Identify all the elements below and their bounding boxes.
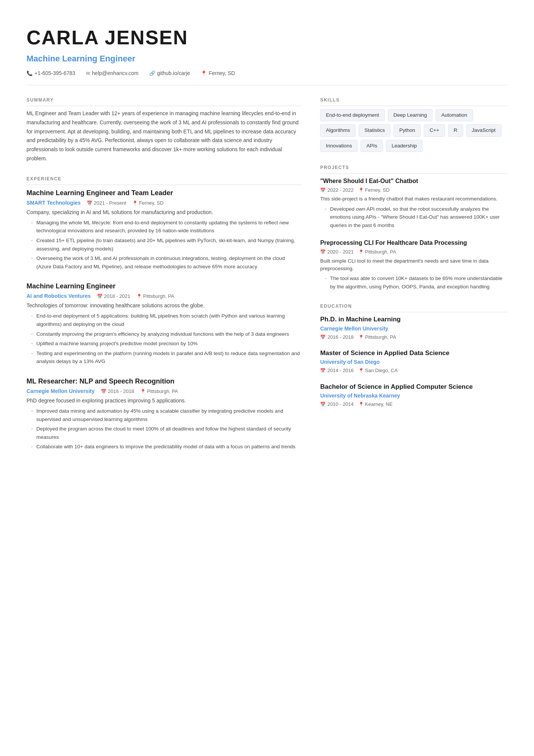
- edu-degree-1: Master of Science in Applied Data Scienc…: [320, 349, 507, 357]
- project-meta-0: 2022 - 2022 Ferney, SD: [320, 186, 507, 194]
- edu-degree-0: Ph.D. in Machine Learning: [320, 315, 507, 324]
- cal-icon-p0: [320, 186, 326, 194]
- bullet-item: End-to-end deployment of 5 applications:…: [31, 312, 301, 328]
- bullet-item: Uplifted a machine learning project's pr…: [31, 340, 301, 348]
- project-title-1: Preprocessing CLI For Healthcare Data Pr…: [320, 238, 507, 247]
- loc-icon-1: [136, 293, 142, 300]
- project-dates-1: 2020 - 2021: [320, 248, 353, 256]
- cal-icon-e2: [320, 401, 326, 408]
- location-icon: [201, 69, 207, 77]
- experience-item-1: Machine Learning Engineer AI and Robotic…: [27, 281, 301, 366]
- bullet-item: Developed own API model, so that the rob…: [325, 205, 507, 230]
- exp-title-2: ML Researcher: NLP and Speech Recognitio…: [27, 376, 301, 387]
- right-column: SKILLS End-to-end deployment Deep Learni…: [320, 97, 507, 733]
- loc-icon-p0: [358, 186, 364, 194]
- exp-desc-1: Technologies of tomorrow: innovating hea…: [27, 302, 301, 310]
- cal-icon-0: [87, 199, 92, 207]
- projects-section: PROJECTS "Where Should I Eat-Out" Chatbo…: [320, 164, 507, 291]
- cal-icon-e0: [320, 333, 326, 341]
- loc-icon-2: [140, 388, 146, 395]
- loc-icon-p1: [358, 248, 364, 256]
- contact-location: Ferney, SD: [201, 69, 235, 77]
- projects-section-title: PROJECTS: [320, 164, 507, 174]
- candidate-title: Machine Learning Engineer: [27, 52, 507, 65]
- contact-phone: +1-605-395-6783: [27, 69, 75, 77]
- skill-tag-6: C++: [424, 124, 445, 136]
- bullet-item: Constantly improving the program's effic…: [31, 330, 301, 338]
- main-body: SUMMARY ML Engineer and Team Leader with…: [27, 97, 507, 733]
- cal-icon-p1: [320, 248, 326, 256]
- header-section: CARLA JENSEN Machine Learning Engineer +…: [27, 23, 507, 85]
- exp-desc-2: PhD degree focused in exploring practice…: [27, 397, 301, 405]
- skill-tag-2: Automation: [436, 109, 473, 121]
- experience-item-0: Machine Learning Engineer and Team Leade…: [27, 188, 301, 271]
- skills-grid: End-to-end deployment Deep Learning Auto…: [320, 109, 507, 152]
- edu-school-2: University of Nebraska Kearney: [320, 392, 507, 400]
- summary-section: SUMMARY ML Engineer and Team Leader with…: [27, 97, 301, 163]
- exp-title-1: Machine Learning Engineer: [27, 281, 301, 291]
- exp-dates-2: 2016 - 2018: [101, 388, 134, 395]
- exp-dates-1: 2018 - 2021: [97, 293, 130, 300]
- cal-icon-1: [97, 293, 103, 300]
- bullet-item: Testing and experimenting on the platfor…: [31, 349, 301, 366]
- exp-company-2: Carnegie Mellon University: [27, 387, 95, 395]
- skill-tag-0: End-to-end deployment: [320, 109, 384, 121]
- skills-section-title: SKILLS: [320, 97, 507, 106]
- contact-row: +1-605-395-6783 help@enhancv.com github.…: [27, 69, 507, 77]
- skill-tag-8: JavaScript: [466, 124, 501, 136]
- project-location-0: Ferney, SD: [358, 186, 390, 194]
- experience-item-2: ML Researcher: NLP and Speech Recognitio…: [27, 376, 301, 451]
- edu-dates-1: 2014 - 2016: [320, 367, 353, 374]
- bullet-item: Created 15+ ETL pipeline (to train datas…: [31, 236, 301, 253]
- project-item-0: "Where Should I Eat-Out" Chatbot 2022 - …: [320, 177, 507, 230]
- email-icon: [86, 69, 90, 77]
- project-desc-0: This side-project is a friendly chatbot …: [320, 195, 507, 203]
- edu-meta-0: 2016 - 2018 Pittsburgh, PA: [320, 333, 507, 341]
- loc-icon-e2: [358, 401, 364, 408]
- bullet-item: Deployed the program across the cloud to…: [31, 425, 301, 441]
- exp-company-1: AI and Robotics Ventures: [27, 292, 91, 300]
- exp-location-1: Pittsburgh, PA: [136, 293, 174, 300]
- project-location-1: Pittsburgh, PA: [358, 248, 396, 256]
- project-item-1: Preprocessing CLI For Healthcare Data Pr…: [320, 238, 507, 291]
- skill-tag-7: R: [448, 124, 463, 136]
- bullet-item: Managing the whole ML lifecycle: from en…: [31, 219, 301, 235]
- skill-tag-11: Leadership: [386, 140, 423, 152]
- skill-tag-10: APIs: [361, 140, 383, 152]
- candidate-name: CARLA JENSEN: [27, 23, 507, 52]
- skill-tag-3: Algorithms: [320, 124, 356, 136]
- loc-icon-0: [132, 199, 138, 207]
- edu-school-1: University of San Diego: [320, 358, 507, 366]
- exp-title-0: Machine Learning Engineer and Team Leade…: [27, 188, 301, 198]
- github-icon: [149, 69, 155, 77]
- edu-location-0: Pittsburgh, PA: [358, 333, 396, 341]
- edu-meta-2: 2010 - 2014 Kearney, NE: [320, 401, 507, 408]
- experience-section: EXPERIENCE Machine Learning Engineer and…: [27, 175, 301, 451]
- edu-degree-2: Bachelor of Science in Applied Computer …: [320, 383, 507, 391]
- skill-tag-5: Python: [393, 124, 421, 136]
- edu-dates-2: 2010 - 2014: [320, 401, 353, 408]
- project-bullets-0: Developed own API model, so that the rob…: [320, 205, 507, 230]
- exp-bullets-2: Improved data mining and automation by 4…: [27, 407, 301, 451]
- exp-company-0: SMART Technologies: [27, 199, 81, 207]
- project-meta-1: 2020 - 2021 Pittsburgh, PA: [320, 248, 507, 256]
- project-bullets-1: The tool was able to convert 10K+ datase…: [320, 274, 507, 291]
- contact-github: github.io/carje: [149, 69, 190, 77]
- bullet-item: Collaborate with 10+ data engineers to i…: [31, 443, 301, 451]
- resume-page: CARLA JENSEN Machine Learning Engineer +…: [0, 0, 534, 756]
- project-title-0: "Where Should I Eat-Out" Chatbot: [320, 177, 507, 186]
- edu-school-0: Carnegie Mellon University: [320, 325, 507, 333]
- cal-icon-2: [101, 388, 106, 395]
- project-dates-0: 2022 - 2022: [320, 186, 353, 194]
- phone-icon: [27, 69, 33, 77]
- exp-location-2: Pittsburgh, PA: [140, 388, 178, 395]
- skill-tag-1: Deep Learning: [388, 109, 433, 121]
- project-desc-1: Built simple CLI tool to meet the depart…: [320, 257, 507, 273]
- contact-email: help@enhancv.com: [86, 69, 139, 77]
- summary-section-title: SUMMARY: [27, 97, 301, 106]
- bullet-item: Improved data mining and automation by 4…: [31, 407, 301, 423]
- loc-icon-e0: [358, 333, 364, 341]
- skill-tag-9: Innovations: [320, 140, 358, 152]
- loc-icon-e1: [358, 367, 364, 374]
- edu-location-1: San Diego, CA: [358, 367, 398, 374]
